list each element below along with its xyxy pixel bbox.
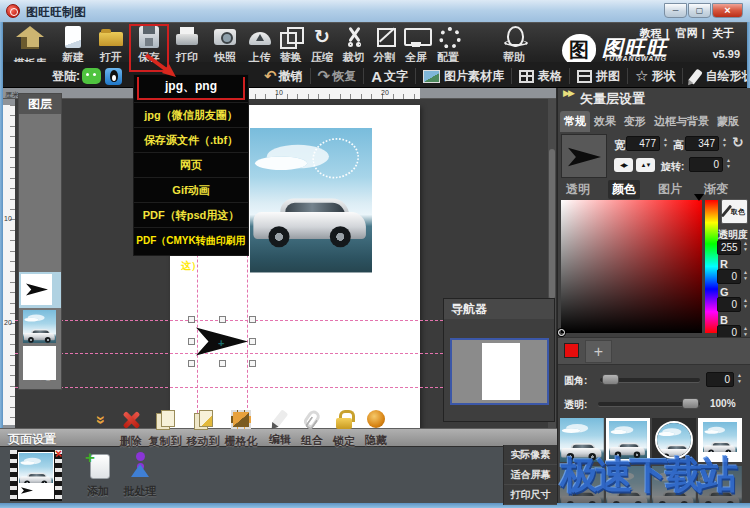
menu-item-pdf-psd[interactable]: PDF（转psd用这）: [134, 202, 248, 227]
fill-tab-gradient[interactable]: 渐变: [700, 180, 732, 199]
open-button[interactable]: 打开: [92, 25, 130, 63]
handle-se[interactable]: [249, 360, 256, 367]
text-tool-icon: A: [371, 68, 382, 85]
menu-item-jpg-wechat[interactable]: jpg（微信朋友圈）: [134, 102, 248, 127]
tab-border-background[interactable]: 边框与背景: [650, 111, 713, 132]
handle-n[interactable]: [219, 316, 226, 323]
config-button[interactable]: 配置: [432, 25, 464, 63]
split-button[interactable]: 分割: [369, 25, 400, 63]
actual-pixels-option[interactable]: 实际像素: [504, 445, 557, 465]
print-size-option[interactable]: 打印尺寸: [504, 485, 557, 505]
fit-screen-option[interactable]: 适合屏幕: [504, 465, 557, 485]
menu-item-gif[interactable]: Gif动画: [134, 177, 248, 202]
minimize-button[interactable]: ─: [664, 3, 687, 18]
height-input[interactable]: 347: [685, 136, 719, 151]
navigator-panel: 导航器: [443, 298, 555, 422]
add-page-button[interactable]: 添加: [76, 452, 120, 499]
tab-effects[interactable]: 效果: [590, 111, 620, 132]
menu-item-webpage[interactable]: 网页: [134, 152, 248, 177]
redo-label[interactable]: 恢复: [332, 68, 356, 85]
view-size-menu: 实际像素 适合屏幕 打印尺寸: [503, 445, 557, 505]
new-button[interactable]: 新建: [54, 25, 92, 63]
fill-tab-image[interactable]: 图片: [654, 180, 686, 199]
alpha-handle[interactable]: [682, 398, 699, 409]
height-label: 高: [673, 138, 684, 153]
rotate-input[interactable]: 0: [689, 157, 723, 172]
menu-item-jpg-png[interactable]: jpg、png: [137, 77, 245, 100]
text-tool[interactable]: 文字: [384, 68, 408, 85]
selected-shape[interactable]: +: [192, 320, 252, 363]
saturation-value-picker[interactable]: [561, 200, 702, 333]
undo-icon[interactable]: ↶: [264, 67, 277, 85]
maximize-button[interactable]: ▢: [688, 3, 711, 18]
crop-button[interactable]: 裁切: [338, 25, 369, 63]
image-library[interactable]: 图片素材库: [444, 68, 504, 85]
flip-vertical-button[interactable]: ▲▼: [636, 158, 655, 172]
swap-size-icon[interactable]: ↻: [732, 134, 744, 150]
compress-icon: ↻: [311, 26, 333, 48]
current-color-swatch[interactable]: [564, 343, 579, 358]
shape-tool[interactable]: 形状: [651, 68, 675, 85]
r-input[interactable]: 0: [717, 269, 741, 284]
fullscreen-button[interactable]: 全屏: [400, 25, 432, 63]
g-input[interactable]: 0: [717, 297, 741, 312]
edit-pen-icon: [272, 409, 289, 427]
fill-tab-transparent[interactable]: 透明: [562, 180, 594, 199]
add-swatch-button[interactable]: +: [585, 340, 612, 363]
move-to-button[interactable]: 移动到: [184, 410, 222, 449]
remove-page-icon[interactable]: ×: [55, 447, 62, 461]
home-icon: [14, 26, 46, 50]
compress-button[interactable]: ↻压缩: [306, 25, 338, 63]
collage-tool[interactable]: 拼图: [596, 68, 620, 85]
select-all-layers[interactable]: 全选: [19, 368, 61, 383]
layer-arrow-selected[interactable]: [19, 272, 61, 308]
wechat-login-icon[interactable]: [82, 68, 101, 84]
flip-horizontal-button[interactable]: ◀▶: [614, 158, 633, 172]
rasterize-button[interactable]: 栅格化: [222, 410, 260, 449]
corner-radius-input[interactable]: 0: [706, 372, 734, 387]
menu-item-pdf-cmyk[interactable]: PDF（CMYK转曲印刷用这）: [134, 227, 248, 252]
copy-to-button[interactable]: 复制到: [146, 410, 184, 449]
save-format-menu: jpg、png jpg（微信朋友圈） 保存源文件（.tbf） 网页 Gif动画 …: [133, 74, 249, 256]
layer-car-image[interactable]: [23, 310, 56, 343]
fill-tab-color[interactable]: 颜色: [608, 180, 640, 199]
upload-button[interactable]: 上传: [244, 25, 275, 63]
hue-slider[interactable]: [705, 200, 718, 333]
eyedropper-button[interactable]: 取色: [721, 199, 748, 224]
car-image-layer[interactable]: [250, 128, 372, 292]
menu-item-source-file[interactable]: 保存源文件（.tbf）: [134, 127, 248, 152]
replace-button[interactable]: 替换: [275, 25, 306, 63]
width-input[interactable]: 477: [626, 136, 660, 151]
tab-mask[interactable]: 蒙版: [713, 111, 743, 132]
qq-login-icon[interactable]: [105, 68, 122, 85]
tab-general[interactable]: 常规: [560, 111, 590, 132]
hide-button[interactable]: 隐藏: [357, 410, 395, 448]
table-tool[interactable]: 表格: [538, 68, 562, 85]
hide-icon: [367, 410, 385, 428]
shape-star-icon: ☆: [635, 67, 648, 85]
redo-icon[interactable]: ↷: [318, 67, 331, 85]
handle-w[interactable]: [188, 338, 195, 345]
navigator-page-preview: [482, 343, 520, 400]
corner-radius-handle[interactable]: [602, 374, 619, 385]
delete-button[interactable]: 删除: [112, 410, 150, 449]
handle-sw[interactable]: [188, 360, 195, 367]
close-button[interactable]: ×: [712, 3, 743, 18]
handle-ne[interactable]: [249, 316, 256, 323]
snapshot-button[interactable]: 快照: [206, 25, 244, 63]
replace-icon: [280, 26, 302, 48]
freeform-shape-tool[interactable]: 自绘形状: [705, 68, 750, 85]
tab-transform[interactable]: 变形: [620, 111, 650, 132]
collapse-panel-chevron[interactable]: »: [92, 416, 110, 423]
handle-s[interactable]: [219, 360, 226, 367]
opacity-input[interactable]: 255: [717, 240, 741, 255]
help-button[interactable]: 帮助: [496, 25, 532, 63]
batch-process-button[interactable]: 批处理: [118, 452, 162, 499]
site-watermark: 极速下载站: [560, 450, 735, 501]
scissors-icon: [344, 26, 364, 48]
handle-e[interactable]: [249, 338, 256, 345]
navigator-viewport[interactable]: [450, 338, 549, 405]
undo-label[interactable]: 撤销: [279, 68, 303, 85]
page-setup-label[interactable]: 页面设置: [8, 431, 56, 448]
handle-nw[interactable]: [188, 316, 195, 323]
